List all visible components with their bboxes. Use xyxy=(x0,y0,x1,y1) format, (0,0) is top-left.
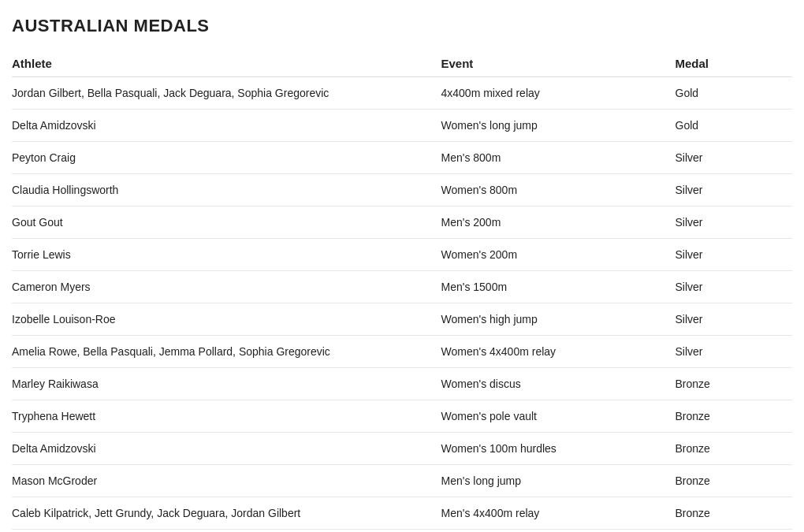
cell-medal: Silver xyxy=(676,206,793,239)
cell-medal: Bronze xyxy=(676,465,793,497)
cell-athlete: Jordan Gilbert, Bella Pasquali, Jack Deg… xyxy=(12,77,441,110)
cell-athlete: Delta Amidzovski xyxy=(12,110,441,142)
cell-medal: Gold xyxy=(676,77,793,110)
cell-medal: Gold xyxy=(676,110,793,142)
table-row: Torrie LewisWomen's 200mSilver xyxy=(12,239,792,271)
cell-event: Men's 4x400m relay xyxy=(441,497,676,530)
medals-table: Athlete Event Medal Jordan Gilbert, Bell… xyxy=(12,50,792,530)
cell-event: Women's high jump xyxy=(441,303,676,336)
cell-medal: Bronze xyxy=(676,433,793,465)
cell-athlete: Amelia Rowe, Bella Pasquali, Jemma Polla… xyxy=(12,336,441,368)
table-row: Claudia HollingsworthWomen's 800mSilver xyxy=(12,174,792,206)
cell-event: Men's 1500m xyxy=(441,271,676,303)
cell-athlete: Gout Gout xyxy=(12,206,441,239)
cell-event: Men's 200m xyxy=(441,206,676,239)
cell-athlete: Peyton Craig xyxy=(12,142,441,174)
cell-event: Women's 100m hurdles xyxy=(441,433,676,465)
table-row: Marley RaikiwasaWomen's discusBronze xyxy=(12,368,792,400)
cell-event: Women's 800m xyxy=(441,174,676,206)
cell-medal: Silver xyxy=(676,303,793,336)
table-row: Caleb Kilpatrick, Jett Grundy, Jack Degu… xyxy=(12,497,792,530)
header-event: Event xyxy=(441,50,676,77)
table-row: Gout GoutMen's 200mSilver xyxy=(12,206,792,239)
cell-event: Women's 4x400m relay xyxy=(441,336,676,368)
cell-athlete: Tryphena Hewett xyxy=(12,400,441,433)
table-row: Tryphena HewettWomen's pole vaultBronze xyxy=(12,400,792,433)
cell-athlete: Torrie Lewis xyxy=(12,239,441,271)
cell-athlete: Marley Raikiwasa xyxy=(12,368,441,400)
header-athlete: Athlete xyxy=(12,50,441,77)
cell-medal: Silver xyxy=(676,336,793,368)
cell-event: Women's long jump xyxy=(441,110,676,142)
cell-event: 4x400m mixed relay xyxy=(441,77,676,110)
table-row: Izobelle Louison-RoeWomen's high jumpSil… xyxy=(12,303,792,336)
cell-medal: Silver xyxy=(676,271,793,303)
cell-athlete: Mason McGroder xyxy=(12,465,441,497)
cell-event: Men's 800m xyxy=(441,142,676,174)
cell-event: Men's long jump xyxy=(441,465,676,497)
header-medal: Medal xyxy=(676,50,793,77)
cell-medal: Silver xyxy=(676,142,793,174)
cell-medal: Bronze xyxy=(676,368,793,400)
page-title: AUSTRALIAN MEDALS xyxy=(12,16,792,36)
cell-athlete: Izobelle Louison-Roe xyxy=(12,303,441,336)
cell-athlete: Delta Amidzovski xyxy=(12,433,441,465)
cell-athlete: Claudia Hollingsworth xyxy=(12,174,441,206)
cell-medal: Bronze xyxy=(676,400,793,433)
table-row: Peyton CraigMen's 800mSilver xyxy=(12,142,792,174)
table-row: Delta AmidzovskiWomen's 100m hurdlesBron… xyxy=(12,433,792,465)
table-row: Delta AmidzovskiWomen's long jumpGold xyxy=(12,110,792,142)
cell-event: Women's pole vault xyxy=(441,400,676,433)
cell-athlete: Caleb Kilpatrick, Jett Grundy, Jack Degu… xyxy=(12,497,441,530)
cell-athlete: Cameron Myers xyxy=(12,271,441,303)
cell-event: Women's 200m xyxy=(441,239,676,271)
cell-medal: Silver xyxy=(676,239,793,271)
table-row: Mason McGroderMen's long jumpBronze xyxy=(12,465,792,497)
table-row: Cameron MyersMen's 1500mSilver xyxy=(12,271,792,303)
table-row: Jordan Gilbert, Bella Pasquali, Jack Deg… xyxy=(12,77,792,110)
table-row: Amelia Rowe, Bella Pasquali, Jemma Polla… xyxy=(12,336,792,368)
cell-event: Women's discus xyxy=(441,368,676,400)
cell-medal: Bronze xyxy=(676,497,793,530)
cell-medal: Silver xyxy=(676,174,793,206)
